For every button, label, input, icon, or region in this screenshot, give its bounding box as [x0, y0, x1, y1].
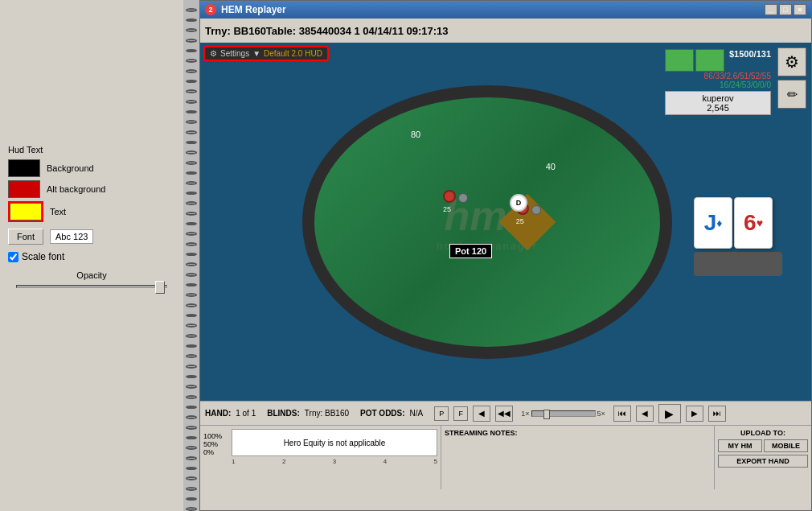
speed-slider[interactable]: [531, 410, 596, 417]
blinds-value: Trny: BB160: [305, 409, 349, 418]
spiral-ring: [186, 59, 197, 63]
hand-info: Trny: BB160Table: 385440034 1 04/14/11 0…: [205, 25, 449, 37]
axis-2: 2: [282, 458, 285, 465]
equity-content: 100% 50% 0% Hero Equity is not applicabl…: [203, 429, 437, 456]
scale-font-row: Scale font: [8, 251, 175, 262]
text-swatch[interactable]: [10, 203, 42, 220]
blinds-label: BLINDS:: [267, 409, 300, 418]
axis-1: 1: [232, 458, 235, 465]
spiral-ring: [186, 487, 197, 491]
prev-button[interactable]: ◀: [636, 406, 654, 422]
spiral-ring: [186, 80, 197, 84]
spiral-ring: [186, 273, 197, 277]
hud-name-label[interactable]: Default 2.0 HUD: [264, 49, 322, 58]
spiral-ring: [186, 344, 197, 348]
pot-odds-value: N/A: [410, 409, 424, 418]
spiral-ring: [186, 436, 197, 440]
spiral-ring: [186, 426, 197, 430]
gear-button[interactable]: ⚙: [777, 47, 806, 76]
export-hand-button[interactable]: EXPORT HAND: [718, 455, 808, 468]
speed-control: 1× 5×: [521, 410, 605, 418]
player-stack-hud: $1500/131: [729, 49, 771, 72]
p-button[interactable]: P: [434, 406, 449, 421]
spiral-ring: [186, 161, 197, 165]
card-six: 6♥: [734, 197, 773, 249]
left-panel: Hud Text Background Alt background Text …: [0, 0, 185, 511]
spiral-ring: [186, 232, 197, 236]
chip-green-1: [665, 49, 694, 72]
spiral-ring: [186, 354, 197, 358]
equity-labels: 100% 50% 0%: [203, 429, 232, 456]
minimize-button[interactable]: _: [765, 4, 777, 15]
hud-settings-bar: ⚙ Settings ▼ Default 2.0 HUD: [203, 46, 329, 61]
bottom-info: 100% 50% 0% Hero Equity is not applicabl…: [200, 425, 811, 489]
equity-50: 50%: [203, 440, 232, 448]
chip-green-2: [695, 49, 724, 72]
spiral-ring: [186, 303, 197, 307]
spiral-ring: [186, 39, 197, 43]
alt-background-row: Alt background: [8, 180, 175, 198]
player-name: kuperov 2,545: [665, 91, 771, 115]
table-area: ⚙ Settings ▼ Default 2.0 HUD ⚙ ✏ $1500/1…: [200, 43, 811, 401]
my-hm-button[interactable]: MY HM: [718, 439, 762, 452]
dropdown-arrow-icon: ▼: [252, 49, 260, 58]
text-color-row: Text: [8, 201, 175, 222]
text-swatch-outline: [8, 201, 43, 222]
background-label: Background: [47, 163, 94, 173]
chip-value-80: 80: [411, 130, 420, 139]
upload-section: UPLOAD TO: MY HM MOBILE EXPORT HAND: [715, 426, 811, 489]
rewind-button[interactable]: ◀: [473, 406, 490, 422]
background-row: Background: [8, 159, 175, 177]
player-stats-1: 86/33/2.6/51/52/55: [665, 72, 771, 80]
pot-odds-label: POT ODDS:: [360, 409, 405, 418]
equity-100: 100%: [203, 432, 232, 440]
scale-font-checkbox[interactable]: [8, 252, 18, 262]
spiral-ring: [186, 467, 197, 471]
spiral-ring: [186, 110, 197, 114]
speed-thumb[interactable]: [543, 410, 550, 419]
background-swatch[interactable]: [8, 159, 40, 177]
maximize-button[interactable]: □: [779, 4, 792, 15]
upload-buttons: MY HM MOBILE: [718, 439, 808, 452]
font-button[interactable]: Font: [8, 229, 43, 245]
spiral-ring: [186, 181, 197, 185]
hud-text-section: Hud Text Background Alt background Text …: [0, 137, 183, 296]
spiral-ring: [186, 476, 197, 480]
opacity-thumb[interactable]: [155, 281, 165, 294]
spiral-ring: [186, 89, 197, 93]
chips-center-1: 25: [443, 190, 468, 213]
spiral-ring: [186, 171, 197, 175]
close-button[interactable]: ×: [794, 4, 806, 15]
window-title: HEM Replayer: [221, 4, 765, 15]
spiral-ring: [186, 212, 197, 216]
hem-icon: 2: [205, 4, 216, 15]
text-color-label: Text: [50, 207, 66, 216]
spiral-ring: [186, 334, 197, 338]
hem-window: 2 HEM Replayer _ □ × Trny: BB160Table: 3…: [199, 0, 812, 511]
pot-display: Pot 120: [449, 244, 492, 258]
titlebar: 2 HEM Replayer _ □ ×: [200, 1, 811, 19]
spiral-ring: [186, 365, 197, 369]
spiral-ring: [186, 456, 197, 460]
hole-cards-area: J♦ 6♥: [694, 197, 782, 276]
next-button[interactable]: ▶: [686, 406, 703, 422]
skip-end-button[interactable]: ⏭: [708, 406, 726, 422]
dealer-button: D: [510, 194, 527, 212]
play-button[interactable]: ▶: [658, 404, 681, 423]
mobile-button[interactable]: MOBILE: [764, 439, 808, 452]
pencil-button[interactable]: ✏: [777, 80, 806, 109]
spiral-ring: [186, 323, 197, 328]
spiral-ring: [186, 192, 197, 196]
spiral-ring: [186, 130, 197, 134]
poker-table: hm2 holdem manager Pot 120 80 40 25: [302, 85, 672, 359]
spiral-ring: [186, 28, 197, 32]
settings-label[interactable]: Settings: [220, 49, 249, 58]
rewind-fast-button[interactable]: ◀◀: [495, 406, 513, 422]
card-holder: [694, 252, 782, 276]
speed-min-label: 1×: [521, 410, 529, 418]
player-stats-2: 16/24/53/0/0/0: [665, 80, 771, 89]
opacity-slider[interactable]: [16, 285, 167, 288]
f-button[interactable]: F: [453, 406, 468, 421]
alt-background-swatch[interactable]: [8, 180, 40, 198]
skip-start-button[interactable]: ⏮: [613, 406, 631, 422]
